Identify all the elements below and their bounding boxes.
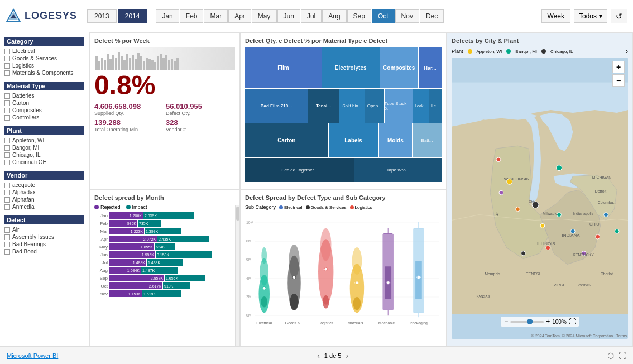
filter-logistics[interactable]: Logistics <box>4 63 84 69</box>
month-jul[interactable]: Jul <box>301 9 322 23</box>
filter-electrical[interactable]: Electrical <box>4 48 84 54</box>
impact-bar[interactable]: 1.399K <box>145 228 181 234</box>
map-fullscreen-icon[interactable]: ⛶ <box>569 318 576 325</box>
rejected-bar[interactable]: 1.488K <box>109 259 146 266</box>
svg-point-54 <box>290 294 299 310</box>
treemap-molds[interactable]: Molds <box>379 123 412 157</box>
rejected-bar[interactable]: 1.995K <box>109 251 155 258</box>
month-jun[interactable]: Jun <box>277 9 300 23</box>
rejected-bar[interactable]: 935K <box>109 220 137 227</box>
rejected-bar[interactable]: 1.084K <box>109 267 141 274</box>
treemap-carton[interactable]: Carton <box>245 123 328 157</box>
year-2013-button[interactable]: 2013 <box>87 9 117 23</box>
rejected-bar[interactable]: 1.223K <box>109 228 144 234</box>
rejected-bar[interactable]: 1.153K <box>109 290 142 297</box>
violin-card: Defect Spread by Defect Type and Sub Cat… <box>240 189 447 346</box>
checkbox-electrical[interactable] <box>4 49 10 54</box>
impact-bar[interactable]: 735K <box>138 220 161 227</box>
impact-bar[interactable]: 919K <box>163 282 190 289</box>
bangor-marker[interactable] <box>557 165 562 171</box>
filter-alphafan[interactable]: Alphafan <box>4 197 84 203</box>
treemap-electrolytes[interactable]: Electrolytes <box>322 47 380 88</box>
rejected-bar[interactable]: 2.617K <box>109 282 162 289</box>
impact-bar[interactable]: 1.438K <box>147 259 183 266</box>
impact-bar[interactable]: 2.559K <box>143 212 194 219</box>
scrollbar[interactable] <box>235 205 239 346</box>
impact-bar[interactable]: 624K <box>155 243 175 250</box>
bottom-icons: ⬡ ⛶ <box>607 351 626 360</box>
month-aug[interactable]: Aug <box>322 9 346 23</box>
impact-bar[interactable]: 1.487K <box>141 267 178 274</box>
prev-page-button[interactable]: ‹ <box>317 351 320 360</box>
impact-bar[interactable]: 1.619K <box>142 290 181 297</box>
filter-materials[interactable]: Materials & Components <box>4 70 84 76</box>
treemap-tubs[interactable]: Tubs Stuck 6... <box>385 89 413 123</box>
impact-bar[interactable]: 1.655K <box>165 275 205 281</box>
map-zoom-out-button[interactable]: − <box>612 74 625 87</box>
filter-bangor[interactable]: Bangor, MI <box>4 145 84 151</box>
map-zoom-in-button[interactable]: + <box>612 61 625 73</box>
treemap-labels[interactable]: Labels <box>329 123 378 157</box>
zoom-minus-icon[interactable]: − <box>504 318 508 325</box>
year-2014-button[interactable]: 2014 <box>118 9 147 23</box>
month-dec[interactable]: Dec <box>420 9 444 23</box>
treemap-film[interactable]: Film <box>245 47 322 88</box>
map-expand-icon[interactable]: › <box>626 47 628 55</box>
rejected-bar[interactable]: 1.855K <box>109 243 154 250</box>
treemap-bad-film[interactable]: Bad Film 719... <box>245 89 308 123</box>
treemap-batt[interactable]: Batt... <box>413 123 442 157</box>
next-page-button[interactable]: › <box>346 351 348 360</box>
filter-bad-bearings[interactable]: Bad Bearings <box>4 241 84 247</box>
filter-chicago[interactable]: Chicago, IL <box>4 152 84 158</box>
month-oct[interactable]: Oct <box>372 9 395 23</box>
svg-text:Milwauk...: Milwauk... <box>543 212 560 215</box>
filter-anmedia[interactable]: Anmedia <box>4 204 84 210</box>
month-sep[interactable]: Sep <box>347 9 371 23</box>
impact-bar[interactable]: 3.153K <box>156 251 212 258</box>
treemap-composites[interactable]: Composites <box>380 47 418 88</box>
powerbi-link[interactable]: Microsoft Power BI <box>7 352 58 359</box>
rejected-bar[interactable]: 1.206K <box>109 212 143 219</box>
rejected-bar[interactable]: 2.857K <box>109 275 164 281</box>
filter-assembly-issues[interactable]: Assembly Issues <box>4 234 84 240</box>
month-nov[interactable]: Nov <box>395 9 419 23</box>
checkbox-materials[interactable] <box>4 70 10 76</box>
share-icon[interactable]: ⬡ <box>607 351 614 360</box>
kpi-card: Defect % por Week <box>89 32 240 189</box>
filter-alphadax[interactable]: Alphadax <box>4 189 84 195</box>
filter-goods-services[interactable]: Goods & Services <box>4 55 84 61</box>
month-feb[interactable]: Feb <box>180 9 204 23</box>
checkbox-logistics[interactable] <box>4 63 10 69</box>
treemap-tensi[interactable]: Tensi... <box>308 89 339 123</box>
svg-point-10 <box>546 246 550 250</box>
filter-controllers[interactable]: Controllers <box>4 114 84 121</box>
month-apr[interactable]: Apr <box>228 9 251 23</box>
month-mar[interactable]: Mar <box>204 9 228 23</box>
treemap-tape[interactable]: Tape Wro... <box>354 158 442 182</box>
filter-air[interactable]: Air <box>4 227 84 233</box>
filter-carton[interactable]: Carton <box>4 100 84 106</box>
zoom-plus-icon[interactable]: + <box>546 318 550 325</box>
treemap-leak[interactable]: Leak... <box>413 89 429 123</box>
todos-dropdown[interactable]: Todos ▾ <box>574 9 607 23</box>
filter-composites[interactable]: Composites <box>4 107 84 113</box>
filter-acequote[interactable]: acequote <box>4 182 84 188</box>
treemap-split[interactable]: Split hin... <box>339 89 365 123</box>
month-may[interactable]: May <box>252 9 277 23</box>
checkbox-goods[interactable] <box>4 56 10 61</box>
treemap-le[interactable]: Le... <box>429 89 442 123</box>
fullscreen-icon[interactable]: ⛶ <box>618 351 626 360</box>
filter-appleton[interactable]: Appleton, WI <box>4 137 84 143</box>
treemap-open[interactable]: Open... <box>365 89 383 123</box>
treemap-har[interactable]: Har... <box>419 47 442 88</box>
filter-bad-bond[interactable]: Bad Bond <box>4 248 84 255</box>
month-jan[interactable]: Jan <box>156 9 179 23</box>
filter-batteries[interactable]: Batteries <box>4 93 84 99</box>
week-button[interactable]: Week <box>541 9 570 23</box>
filter-cincinnati[interactable]: Cincinnati OH <box>4 159 84 165</box>
refresh-button[interactable]: ↺ <box>611 9 627 23</box>
impact-bar[interactable]: 2.435K <box>157 236 209 242</box>
zoom-slider[interactable] <box>510 321 544 323</box>
rejected-bar[interactable]: 2.072K <box>109 236 157 242</box>
treemap-sealed-together[interactable]: Sealed Together... <box>245 158 354 182</box>
